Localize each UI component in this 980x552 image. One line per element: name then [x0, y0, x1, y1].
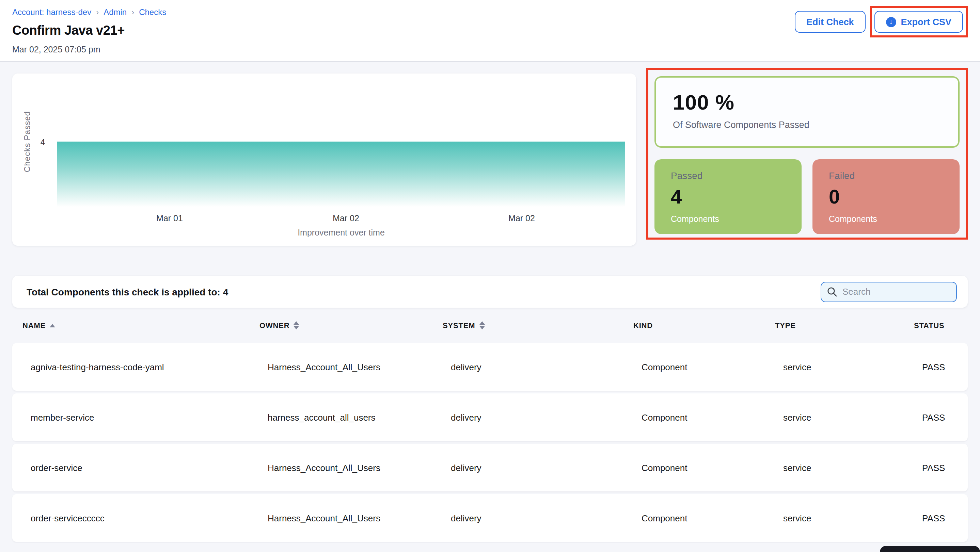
- breadcrumb-separator: ›: [131, 8, 134, 17]
- cell-kind: Component: [633, 463, 775, 473]
- passed-label: Passed: [671, 170, 802, 181]
- breadcrumb-checks-link[interactable]: Checks: [139, 8, 166, 17]
- export-csv-annotation-box: ↓ Export CSV: [869, 6, 968, 37]
- download-icon: ↓: [886, 17, 896, 27]
- column-header-system[interactable]: SYSTEM: [443, 321, 633, 330]
- chart-caption: Improvement over time: [298, 228, 385, 238]
- search-input[interactable]: [821, 281, 957, 302]
- check-timestamp: Mar 02, 2025 07:05 pm: [12, 45, 166, 54]
- cell-name: order-service: [22, 463, 259, 473]
- table-row[interactable]: order-serviceccccc Harness_Account_All_U…: [12, 494, 968, 542]
- table-row[interactable]: member-service harness_account_all_users…: [12, 393, 968, 441]
- bottom-right-widget[interactable]: [880, 546, 980, 552]
- cell-name: member-service: [22, 412, 259, 422]
- chart-x-tick: Mar 02: [508, 214, 535, 223]
- sort-icon[interactable]: [294, 321, 299, 330]
- main-content: Checks Passed 4 Mar 01 Mar 02 Mar 02 Imp…: [0, 62, 980, 542]
- breadcrumb-separator: ›: [96, 8, 99, 17]
- cell-type: service: [775, 412, 914, 422]
- search-box: [821, 281, 957, 302]
- column-header-type: TYPE: [775, 321, 914, 330]
- passed-unit: Components: [671, 214, 802, 224]
- column-header-status: STATUS: [914, 321, 958, 330]
- cell-owner: Harness_Account_All_Users: [259, 362, 443, 372]
- failed-card: Failed 0 Components: [813, 159, 959, 234]
- sort-ascending-icon[interactable]: [50, 324, 55, 327]
- breadcrumb-account-link[interactable]: Account: harness-dev: [12, 8, 91, 17]
- column-header-kind: KIND: [633, 321, 775, 330]
- table-row[interactable]: order-service Harness_Account_All_Users …: [12, 444, 968, 492]
- percent-passed-card: 100 % Of Software Components Passed: [654, 76, 959, 148]
- percent-passed-caption: Of Software Components Passed: [673, 120, 958, 130]
- cell-system: delivery: [443, 513, 633, 523]
- cell-name: agniva-testing-harness-code-yaml: [22, 362, 259, 372]
- cell-system: delivery: [443, 463, 633, 473]
- header-actions: Edit Check ↓ Export CSV: [795, 11, 968, 37]
- cell-kind: Component: [633, 513, 775, 523]
- cell-status: PASS: [914, 463, 958, 473]
- checks-passed-chart-card: Checks Passed 4 Mar 01 Mar 02 Mar 02 Imp…: [12, 73, 636, 246]
- cell-owner: Harness_Account_All_Users: [259, 463, 443, 473]
- cell-name: order-serviceccccc: [22, 513, 259, 523]
- column-header-name[interactable]: NAME: [22, 321, 259, 330]
- stats-annotation-box: 100 % Of Software Components Passed Pass…: [646, 68, 968, 240]
- search-icon: [827, 286, 838, 297]
- breadcrumb: Account: harness-dev › Admin › Checks: [12, 4, 166, 17]
- cell-kind: Component: [633, 362, 775, 372]
- table-header-row: NAME OWNER SYSTEM KIND TYPE: [12, 308, 968, 343]
- failed-value: 0: [829, 186, 959, 208]
- breadcrumb-admin-link[interactable]: Admin: [103, 8, 127, 17]
- cell-owner: Harness_Account_All_Users: [259, 513, 443, 523]
- edit-check-button[interactable]: Edit Check: [795, 11, 865, 33]
- cell-type: service: [775, 513, 914, 523]
- column-header-owner[interactable]: OWNER: [259, 321, 443, 330]
- cell-status: PASS: [914, 362, 958, 372]
- cell-system: delivery: [443, 362, 633, 372]
- column-label: KIND: [633, 321, 653, 330]
- column-label: TYPE: [775, 321, 796, 330]
- cell-status: PASS: [914, 513, 958, 523]
- cell-owner: harness_account_all_users: [259, 412, 443, 422]
- components-summary-bar: Total Components this check is applied t…: [12, 276, 968, 308]
- header-left: Account: harness-dev › Admin › Checks Co…: [12, 4, 166, 54]
- cell-type: service: [775, 362, 914, 372]
- chart-x-tick: Mar 02: [332, 214, 359, 223]
- cell-type: service: [775, 463, 914, 473]
- table-row[interactable]: agniva-testing-harness-code-yaml Harness…: [12, 343, 968, 391]
- column-label: STATUS: [914, 321, 945, 330]
- page-header: Account: harness-dev › Admin › Checks Co…: [0, 0, 980, 62]
- components-table: NAME OWNER SYSTEM KIND TYPE: [12, 308, 968, 542]
- export-csv-button[interactable]: ↓ Export CSV: [874, 11, 963, 33]
- percent-passed-value: 100 %: [673, 90, 958, 115]
- export-csv-label: Export CSV: [900, 17, 951, 27]
- column-label: OWNER: [259, 321, 290, 330]
- passed-card: Passed 4 Components: [654, 159, 802, 234]
- total-components-text: Total Components this check is applied t…: [27, 286, 228, 297]
- chart-y-tick: 4: [33, 138, 45, 147]
- column-label: SYSTEM: [443, 321, 475, 330]
- page: Account: harness-dev › Admin › Checks Co…: [0, 0, 980, 552]
- cell-system: delivery: [443, 412, 633, 422]
- chart-y-axis-label: Checks Passed: [22, 111, 32, 172]
- page-title: Confirm Java v21+: [12, 23, 166, 38]
- failed-unit: Components: [829, 214, 959, 224]
- passed-value: 4: [671, 186, 802, 208]
- sort-icon[interactable]: [479, 321, 485, 330]
- failed-label: Failed: [829, 170, 959, 181]
- column-label: NAME: [22, 321, 46, 330]
- chart-x-tick: Mar 01: [156, 214, 183, 223]
- top-section: Checks Passed 4 Mar 01 Mar 02 Mar 02 Imp…: [12, 73, 968, 246]
- cell-status: PASS: [914, 412, 958, 422]
- passed-failed-row: Passed 4 Components Failed 0 Components: [654, 159, 959, 234]
- cell-kind: Component: [633, 412, 775, 422]
- chart-area-series: [57, 141, 625, 207]
